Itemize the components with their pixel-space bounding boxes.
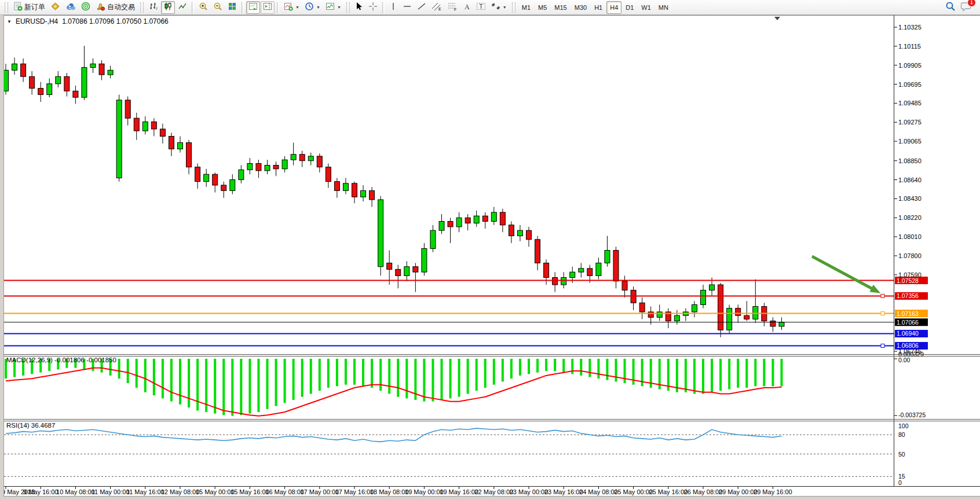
periods-button[interactable]: ▼ <box>302 1 323 14</box>
svg-text:15 May 16:00: 15 May 16:00 <box>231 488 269 495</box>
svg-text:23 May 16:00: 23 May 16:00 <box>544 488 583 495</box>
chart-symbol-period: EURUSD-,H4 <box>16 17 58 25</box>
svg-text:25 May 00:00: 25 May 00:00 <box>614 488 653 495</box>
timeframe-d1[interactable]: D1 <box>622 1 637 14</box>
new-order-button[interactable]: 新订单 <box>11 1 47 14</box>
templates-icon <box>326 2 335 13</box>
zoom-in-button[interactable] <box>196 1 210 14</box>
templates-button[interactable]: ▼ <box>323 1 343 14</box>
svg-text:1.07066: 1.07066 <box>897 319 919 326</box>
toolbar-grip <box>512 2 515 13</box>
metaeditor-button[interactable] <box>48 1 63 14</box>
svg-text:0.00: 0.00 <box>898 356 910 363</box>
new-order-label: 新订单 <box>24 2 45 12</box>
candlestick-chart-button[interactable] <box>161 1 175 14</box>
chat-button[interactable]: 1 <box>960 1 972 14</box>
svg-text:1.09905: 1.09905 <box>898 62 922 69</box>
trendline-button[interactable] <box>415 1 429 14</box>
autotrading-label: 自动交易 <box>107 2 135 12</box>
svg-text:25 May 16:00: 25 May 16:00 <box>649 488 688 495</box>
svg-text:12 May 08:00: 12 May 08:00 <box>161 488 200 495</box>
signals-button[interactable] <box>79 1 93 14</box>
svg-text:24 May 08:00: 24 May 08:00 <box>579 488 618 495</box>
text-button[interactable]: A <box>460 1 473 14</box>
svg-text:1.09065: 1.09065 <box>898 138 922 145</box>
svg-text:29 May 16:00: 29 May 16:00 <box>754 488 792 495</box>
periods-icon <box>305 2 314 13</box>
autotrading-icon <box>96 2 105 13</box>
crosshair-button[interactable] <box>366 1 380 14</box>
mql5-community-button[interactable] <box>63 1 78 14</box>
timeframe-m15[interactable]: M15 <box>551 1 570 14</box>
chart-canvas[interactable]: 1.075281.073561.071631.070661.069401.068… <box>0 0 980 500</box>
timeframe-m5[interactable]: M5 <box>535 1 550 14</box>
svg-text:1.07356: 1.07356 <box>897 292 919 299</box>
svg-text:1.07800: 1.07800 <box>898 252 922 259</box>
svg-text:19 May 16:00: 19 May 16:00 <box>440 488 478 495</box>
svg-text:1.08640: 1.08640 <box>898 177 922 183</box>
main-toolbar: 新订单 自动交易 <box>0 0 980 15</box>
svg-text:A: A <box>465 2 470 10</box>
bar-chart-icon <box>149 2 158 13</box>
vertical-line-icon <box>390 2 397 13</box>
horizontal-line-button[interactable] <box>400 1 414 14</box>
equidistant-channel-button[interactable]: E <box>429 1 444 14</box>
line-chart-button[interactable] <box>175 1 189 14</box>
svg-text:11 May 16:00: 11 May 16:00 <box>126 488 164 495</box>
timeframe-mn[interactable]: MN <box>655 1 672 14</box>
notification-badge: 1 <box>967 0 976 7</box>
svg-text:1.10115: 1.10115 <box>898 43 921 50</box>
timeframe-m30[interactable]: M30 <box>571 1 590 14</box>
zoom-out-button[interactable] <box>211 1 225 14</box>
svg-text:1.08220: 1.08220 <box>898 214 922 221</box>
autotrading-button[interactable]: 自动交易 <box>93 1 137 14</box>
svg-text:19 May 00:00: 19 May 00:00 <box>405 488 444 495</box>
toolbar-separator <box>382 2 385 13</box>
toolbar-separator <box>192 2 194 13</box>
svg-text:11 May 00:00: 11 May 00:00 <box>92 488 130 495</box>
chart-shift-button[interactable] <box>261 1 275 14</box>
svg-text:29 May 00:00: 29 May 00:00 <box>719 488 758 495</box>
svg-text:1.07590: 1.07590 <box>898 271 922 278</box>
auto-scroll-button[interactable] <box>246 1 260 14</box>
window-bottom-edge <box>0 497 980 500</box>
svg-text:F: F <box>454 7 456 11</box>
svg-text:1.08430: 1.08430 <box>898 195 922 202</box>
window-left-edge <box>0 15 4 500</box>
chart-ohlc-values: 1.07086 1.07096 1.07050 1.07066 <box>62 17 169 25</box>
new-order-icon <box>13 2 23 13</box>
indicators-button[interactable]: ▼ <box>281 1 302 14</box>
tile-windows-button[interactable] <box>225 1 239 14</box>
timeframe-w1[interactable]: W1 <box>638 1 654 14</box>
svg-text:1.09275: 1.09275 <box>898 119 922 126</box>
search-icon[interactable] <box>945 1 956 14</box>
svg-text:100: 100 <box>898 422 909 429</box>
timeframe-h4[interactable]: H4 <box>606 1 621 14</box>
arrows-button[interactable]: ▼ <box>489 1 509 14</box>
chevron-down-icon[interactable]: ▼ <box>337 5 341 9</box>
timeframe-h1[interactable]: H1 <box>591 1 606 14</box>
chevron-down-icon[interactable]: ▼ <box>7 19 12 24</box>
svg-text:-0.003725: -0.003725 <box>898 411 926 418</box>
toolbar-grip <box>5 2 8 13</box>
horizontal-line-icon <box>403 2 412 13</box>
bar-chart-button[interactable] <box>147 1 160 14</box>
crosshair-icon <box>368 2 378 13</box>
svg-text:0: 0 <box>898 479 902 486</box>
svg-text:50: 50 <box>898 451 905 458</box>
chevron-down-icon[interactable]: ▼ <box>503 5 507 9</box>
text-label-button[interactable]: T <box>474 1 488 14</box>
svg-text:E: E <box>438 7 441 11</box>
svg-text:18 May 08:00: 18 May 08:00 <box>370 488 409 495</box>
timeframe-m1[interactable]: M1 <box>518 1 534 14</box>
svg-text:23 May 00:00: 23 May 00:00 <box>510 488 548 495</box>
fibonacci-icon: F <box>447 2 458 13</box>
chevron-down-icon[interactable]: ▼ <box>316 5 320 9</box>
vertical-line-button[interactable] <box>387 1 400 14</box>
zoom-out-icon <box>213 2 222 13</box>
chevron-down-icon[interactable]: ▼ <box>295 5 299 9</box>
text-icon: A <box>463 2 471 13</box>
cursor-button[interactable] <box>353 1 365 14</box>
fibonacci-button[interactable]: F <box>445 1 460 14</box>
svg-text:1.07163: 1.07163 <box>897 310 919 317</box>
